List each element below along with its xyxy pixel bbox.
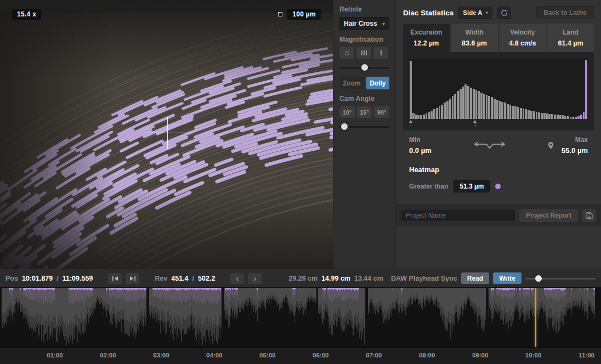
timeline-tick-label: 05:00 [259,352,275,359]
hist-bar [580,115,582,119]
hist-bar [462,87,464,119]
hist-bar [488,96,490,119]
timeline-tick-label: 08:00 [419,352,435,359]
timeline-tick-label: 10:00 [525,352,541,359]
timeline-tick-label: 02:00 [100,352,116,359]
pos-label: Pos [5,275,18,282]
transport-bar: Pos 10:01.879 / 11:09.559 Rev 451.4 / 50… [0,269,601,288]
daw-read-button[interactable]: Read [461,272,489,284]
cam-angle-slider[interactable] [339,123,389,130]
hist-bar [507,104,509,120]
waveform-canvas[interactable] [0,288,601,347]
cam-angle-90-button[interactable]: 90° [374,106,389,118]
mag-triple-bar-icon-button[interactable] [356,47,371,59]
tab-excursion[interactable]: Excursion 12.2 µm [403,24,450,52]
timeline-tick-label: 11:00 [579,352,594,359]
transport-slider[interactable] [525,275,596,282]
reticle-label: Reticle [339,5,389,13]
refresh-button[interactable] [497,7,511,19]
rev-total: 502.2 [198,275,215,282]
mag-single-bar-icon-button[interactable] [373,47,388,59]
hist-bar [486,95,488,119]
next-rev-button[interactable]: › [248,273,262,284]
top-section: 15.4 x 100 µm Reticle Hair Cross ▾ Magni… [0,0,601,269]
hist-bar [546,113,548,119]
hist-bar [520,108,522,119]
heatmap-threshold-input[interactable] [453,180,490,192]
skip-start-icon [112,276,118,281]
playhead-cursor[interactable] [535,288,536,347]
hist-bar [562,115,564,119]
tab-width[interactable]: Width 83.6 µm [451,24,498,52]
hist-bar [417,115,419,119]
hist-bar [467,86,469,120]
excursion-chart-panel [403,52,594,130]
transport-slider-knob[interactable] [535,275,542,282]
hist-marker [475,121,475,127]
hist-bar [478,91,480,119]
hist-bar [501,102,503,119]
min-value: 0.0 µm [409,146,432,155]
heatmap-color-dot[interactable] [495,184,501,189]
magnification-label: Magnification [339,36,389,43]
skip-to-end-button[interactable] [126,273,139,284]
stats-header: Disc Statistics Side A ▾ Back to Lathe [396,0,601,24]
hist-bar [475,90,478,119]
app-root: 15.4 x 100 µm Reticle Hair Cross ▾ Magni… [0,0,601,364]
hist-bar [585,60,587,119]
hist-bar [494,99,496,119]
timeline-tick-label: 03:00 [153,352,169,359]
hist-bar [577,116,580,120]
hist-bar [514,106,517,119]
cam-angle-slider-knob[interactable] [341,123,348,130]
hist-bar [536,112,538,119]
groove-render [0,0,333,269]
floppy-save-icon [586,212,593,219]
hist-bar [454,94,456,119]
project-name-input[interactable] [401,209,515,222]
hist-bar [452,96,454,119]
hist-bar [551,114,553,119]
magnification-slider-knob[interactable] [361,64,368,71]
rev-label: Rev [155,275,167,282]
magnification-slider[interactable] [339,64,389,71]
cam-angle-15-button[interactable]: 15° [357,106,372,118]
panel-title: Disc Statistics [403,9,453,17]
hist-bar [572,117,574,119]
daw-write-button[interactable]: Write [493,272,521,284]
minmax-row: Min 0.0 µm Max 55.0 µm [396,130,601,158]
chevron-down-icon: ▾ [486,10,489,15]
location-pin-icon [548,141,554,150]
side-select[interactable]: Side A ▾ [458,7,492,19]
tab-land[interactable]: Land 61.4 µm [547,24,594,52]
skip-to-start-button[interactable] [108,273,122,284]
cam-angle-10-button[interactable]: 10° [339,106,355,118]
hist-bar [504,103,506,119]
scale-indicator: 100 µm [278,9,321,20]
hist-bar [460,89,462,119]
project-report-button[interactable]: Project Report [519,209,578,222]
mag-circle-icon-button[interactable] [339,47,354,59]
hist-bar [575,117,577,119]
zoom-mode-button[interactable]: Zoom [339,77,364,89]
refresh-icon [501,9,508,16]
prev-rev-button[interactable]: ‹ [230,273,244,284]
groove-3d-viewport[interactable]: 15.4 x 100 µm [0,0,333,269]
scale-square-icon [278,12,282,16]
hist-bar [457,91,459,119]
reticle-select[interactable]: Hair Cross ▾ [339,17,389,30]
back-to-lathe-button[interactable]: Back to Lathe [536,6,594,19]
tab-velocity[interactable]: Velocity 4.8 cm/s [500,24,546,52]
hist-bar [533,111,535,119]
dolly-mode-button[interactable]: Dolly [366,77,389,89]
save-button[interactable] [582,209,596,222]
timeline-tick-label: 06:00 [313,352,328,359]
stylus-profile-icon [472,140,507,150]
time-ruler[interactable]: 01:0002:0003:0004:0005:0006:0007:0008:00… [0,348,601,364]
hist-bar [430,111,433,119]
hist-bar [412,113,415,119]
hist-bar [441,105,443,119]
hist-bar [496,100,498,119]
hist-bar [499,101,501,119]
chevron-left-icon: ‹ [236,274,239,282]
